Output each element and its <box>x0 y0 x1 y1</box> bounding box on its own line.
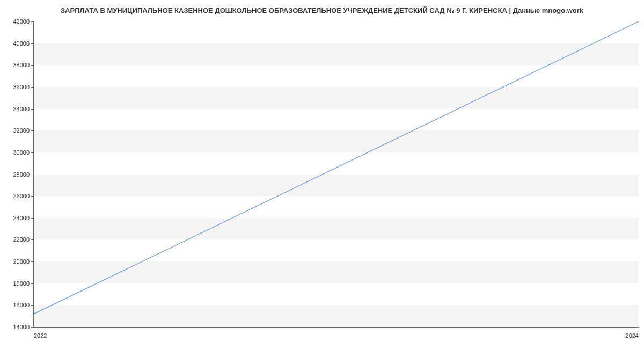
x-tick-mark <box>639 327 639 330</box>
y-tick-label: 14000 <box>13 324 30 330</box>
y-tick-label: 24000 <box>13 215 30 221</box>
chart-container: ЗАРПЛАТА В МУНИЦИПАЛЬНОЕ КАЗЕННОЕ ДОШКОЛ… <box>0 0 644 349</box>
y-tick-label: 28000 <box>13 171 30 178</box>
y-tick-label: 18000 <box>13 280 30 287</box>
y-tick-label: 30000 <box>13 149 30 156</box>
y-tick-label: 42000 <box>13 18 30 25</box>
y-tick-label: 20000 <box>13 258 30 265</box>
y-tick-label: 38000 <box>13 62 30 68</box>
y-tick-label: 36000 <box>13 84 30 90</box>
y-tick-label: 32000 <box>13 127 30 134</box>
y-tick-label: 26000 <box>13 193 30 199</box>
x-tick-mark <box>34 327 34 330</box>
chart-title: ЗАРПЛАТА В МУНИЦИПАЛЬНОЕ КАЗЕННОЕ ДОШКОЛ… <box>0 0 644 14</box>
y-tick-label: 16000 <box>13 302 30 308</box>
x-tick-label: 2024 <box>626 332 639 339</box>
x-tick-label: 2022 <box>34 332 47 339</box>
plot-area: 1400016000180002000022000240002600028000… <box>33 21 639 328</box>
chart-line-svg <box>34 21 639 327</box>
data-line <box>34 21 639 314</box>
y-tick-label: 34000 <box>13 106 30 112</box>
y-tick-label: 22000 <box>13 236 30 243</box>
y-tick-label: 40000 <box>13 40 30 47</box>
